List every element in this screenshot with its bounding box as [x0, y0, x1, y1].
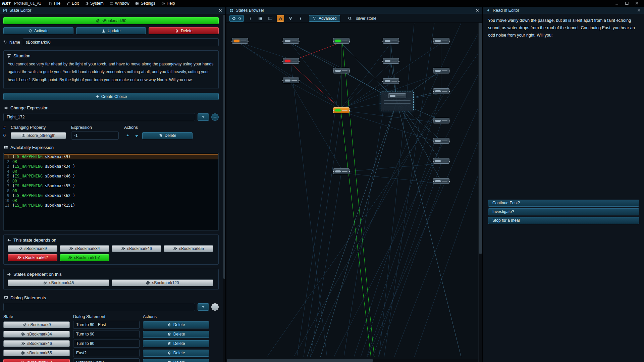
- graph-node[interactable]: [383, 38, 399, 44]
- update-button[interactable]: Update: [76, 27, 146, 34]
- current-state-button[interactable]: sBookmark90: [3, 17, 219, 24]
- depends-on-state-button[interactable]: sBookmark46: [112, 245, 161, 252]
- graph-node[interactable]: [283, 58, 299, 64]
- dependent-state-button[interactable]: sBookmark45: [8, 279, 109, 286]
- states-browser-hscrollbar[interactable]: [226, 359, 478, 362]
- flow-view-button[interactable]: [287, 15, 294, 22]
- graph-node[interactable]: [333, 168, 350, 174]
- graph-node[interactable]: [433, 118, 449, 123]
- property-button[interactable]: Score_Strength: [11, 132, 66, 139]
- dialog-statement-input[interactable]: [73, 349, 140, 357]
- menu-help[interactable]: Help: [159, 1, 178, 6]
- dependents-list: sBookmark45sBookmark120: [7, 279, 215, 287]
- choice-button[interactable]: Continue East?: [488, 200, 639, 207]
- search-input[interactable]: [356, 16, 413, 21]
- states-browser-close-button[interactable]: [475, 8, 479, 12]
- code-line[interactable]: 2OR: [4, 159, 218, 164]
- graph-node[interactable]: [433, 68, 449, 73]
- graph-node[interactable]: [433, 38, 449, 44]
- menu-system[interactable]: System: [82, 1, 106, 6]
- depends-on-state-button[interactable]: sBookmark34: [60, 245, 109, 252]
- code-line[interactable]: 11(IS_HAPPENING sBookmark151): [4, 203, 218, 208]
- graph-canvas[interactable]: [226, 23, 478, 359]
- code-line[interactable]: 1(IS_HAPPENING sBookmark9): [4, 154, 218, 159]
- states-browser-vscrollbar[interactable]: [478, 23, 482, 362]
- read-editor-close-button[interactable]: [637, 8, 641, 12]
- more-options-button-2[interactable]: [297, 15, 304, 22]
- depends-on-state-button[interactable]: sBookmark151: [60, 254, 109, 261]
- window-close-button[interactable]: [635, 1, 639, 6]
- menu-window[interactable]: Window: [107, 1, 132, 6]
- code-line[interactable]: 8OR: [4, 189, 218, 194]
- graph-view-button[interactable]: [277, 15, 284, 22]
- move-down-button[interactable]: [133, 132, 140, 139]
- add-expression-button[interactable]: [211, 113, 219, 121]
- menu-file[interactable]: File: [46, 1, 63, 6]
- delete-dialog-button[interactable]: Delete: [143, 331, 209, 338]
- dialog-dropdown-button[interactable]: [198, 303, 209, 311]
- dialog-statement-input[interactable]: [73, 340, 140, 348]
- code-line[interactable]: 4OR: [4, 169, 218, 174]
- code-line[interactable]: 10OR: [4, 198, 218, 203]
- state-editor-close-button[interactable]: [218, 8, 222, 12]
- code-line[interactable]: 5(IS_HAPPENING sBookmark46 ): [4, 174, 218, 179]
- move-up-button[interactable]: [124, 132, 131, 139]
- depends-on-state-button[interactable]: sBookmark55: [164, 245, 213, 252]
- menu-settings[interactable]: Settings: [132, 1, 158, 6]
- graph-node[interactable]: [433, 178, 449, 184]
- dialog-state-button[interactable]: sBookmark9: [3, 321, 70, 328]
- graph-node[interactable]: [383, 58, 399, 64]
- name-input[interactable]: [23, 38, 219, 46]
- graph-node[interactable]: [283, 38, 299, 44]
- graph-node[interactable]: [333, 68, 350, 73]
- graph-node-selected[interactable]: [381, 92, 414, 111]
- table-view-button[interactable]: [267, 15, 274, 22]
- grid-view-button[interactable]: [257, 15, 264, 22]
- dialog-state-button[interactable]: sBookmark62: [3, 359, 70, 362]
- more-options-button[interactable]: [247, 15, 254, 22]
- delete-dialog-button[interactable]: Delete: [143, 350, 209, 357]
- dialog-state-button[interactable]: sBookmark46: [3, 340, 70, 347]
- activate-button[interactable]: Activate: [3, 27, 73, 34]
- dialog-statement-input[interactable]: [73, 358, 140, 362]
- view-options-button[interactable]: [229, 15, 244, 22]
- graph-node[interactable]: [232, 38, 248, 44]
- dialog-statement-input[interactable]: [73, 321, 140, 329]
- dialog-select[interactable]: [3, 303, 195, 311]
- state-editor-scrollbar[interactable]: [223, 14, 225, 362]
- delete-dialog-button[interactable]: Delete: [143, 359, 209, 362]
- menu-edit[interactable]: Edit: [64, 1, 82, 6]
- dialog-state-button[interactable]: sBookmark55: [3, 350, 70, 356]
- expression-dropdown-button[interactable]: [198, 113, 209, 121]
- graph-node[interactable]: [433, 158, 449, 164]
- graph-node[interactable]: [333, 38, 350, 44]
- advanced-filter-button[interactable]: Advanced: [309, 15, 340, 22]
- expression-input[interactable]: [71, 132, 119, 140]
- choice-button[interactable]: Investigate?: [488, 208, 639, 215]
- graph-node[interactable]: [383, 78, 399, 84]
- availability-editor[interactable]: 1(IS_HAPPENING sBookmark9)2OR3(IS_HAPPEN…: [3, 153, 219, 230]
- delete-expression-button[interactable]: Delete: [142, 132, 193, 139]
- change-expression-select[interactable]: Fight_172: [3, 113, 195, 121]
- delete-dialog-button[interactable]: Delete: [143, 321, 209, 328]
- graph-node[interactable]: [433, 138, 449, 144]
- dialog-state-button[interactable]: sBookmark34: [3, 331, 70, 338]
- choice-button[interactable]: Stop for a meal: [488, 217, 639, 224]
- delete-dialog-button[interactable]: Delete: [143, 340, 209, 347]
- graph-node[interactable]: [433, 88, 449, 94]
- graph-node[interactable]: [283, 77, 299, 83]
- dialog-statement-input[interactable]: [73, 330, 140, 338]
- depends-on-state-button[interactable]: sBookmark9: [8, 245, 57, 252]
- create-choice-button[interactable]: Create Choice: [3, 93, 219, 100]
- code-line[interactable]: 7(IS_HAPPENING sBookmark55 ): [4, 184, 218, 189]
- code-line[interactable]: 6OR: [4, 179, 218, 184]
- dependent-state-button[interactable]: sBookmark120: [112, 279, 213, 286]
- delete-state-button[interactable]: Delete: [149, 27, 219, 34]
- add-dialog-button[interactable]: [211, 303, 219, 311]
- maximize-button[interactable]: [625, 1, 629, 6]
- code-line[interactable]: 9(IS_HAPPENING sBookmark62 ): [4, 193, 218, 198]
- code-line[interactable]: 3(IS_HAPPENING sBookmark34 ): [4, 164, 218, 169]
- minimize-button[interactable]: [614, 1, 619, 6]
- graph-node[interactable]: [333, 107, 350, 113]
- depends-on-state-button[interactable]: sBookmark62: [8, 254, 57, 261]
